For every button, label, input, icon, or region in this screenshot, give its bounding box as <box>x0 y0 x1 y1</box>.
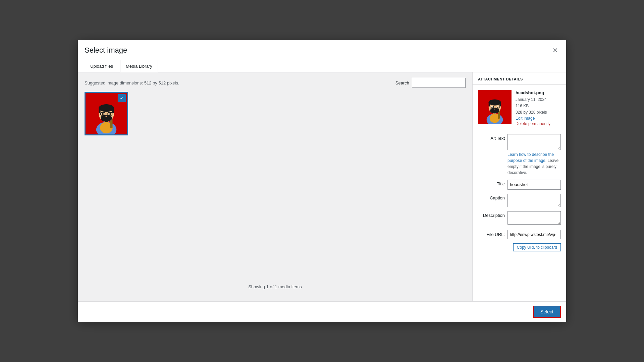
svg-rect-23 <box>489 102 490 107</box>
modal-footer: Select <box>78 301 566 322</box>
file-url-label: File URL: <box>478 232 505 237</box>
description-row: Description <box>478 211 561 225</box>
attachment-details-sidebar: ATTACHMENT DETAILS <box>472 72 566 301</box>
attachment-preview: headshot.png January 11, 2024 116 KB 328… <box>473 85 566 131</box>
alt-text-label: Alt Text <box>478 134 505 141</box>
tab-upload-files[interactable]: Upload files <box>85 60 119 72</box>
attachment-details-header: ATTACHMENT DETAILS <box>473 72 566 85</box>
file-url-row: File URL: <box>473 227 566 242</box>
description-textarea[interactable] <box>507 211 561 225</box>
select-image-modal: Select image ✕ Upload files Media Librar… <box>78 40 566 322</box>
tabs-bar: Upload files Media Library <box>78 60 566 72</box>
media-area: Suggested image dimensions: 512 by 512 p… <box>78 72 472 301</box>
caption-row: Caption <box>478 194 561 207</box>
search-label: Search <box>395 80 409 85</box>
modal-overlay: Select image ✕ Upload files Media Librar… <box>0 0 644 362</box>
copy-url-section: Copy URL to clipboard <box>473 242 566 257</box>
attachment-thumbnail <box>478 90 512 124</box>
caption-textarea[interactable] <box>507 194 561 207</box>
tab-media-library[interactable]: Media Library <box>120 60 158 72</box>
attachment-actions: Edit Image Delete permanently <box>516 116 561 126</box>
media-item[interactable]: ✓ <box>85 92 128 135</box>
close-button[interactable]: ✕ <box>551 46 559 55</box>
media-grid: ✓ <box>85 92 466 278</box>
attachment-meta: headshot.png January 11, 2024 116 KB 328… <box>516 90 561 126</box>
media-count: Showing 1 of 1 media items <box>85 278 466 296</box>
modal-title: Select image <box>85 46 127 55</box>
title-label: Title <box>478 180 505 186</box>
attachment-dimensions: 328 by 328 pixels <box>516 109 561 116</box>
svg-point-14 <box>102 113 104 115</box>
alt-text-control-wrap: Learn how to describe the purpose of the… <box>507 134 561 176</box>
attachment-date: January 11, 2024 <box>516 97 561 103</box>
title-control-wrap <box>507 180 561 190</box>
alt-text-textarea[interactable] <box>507 134 561 150</box>
search-input[interactable] <box>412 78 466 88</box>
edit-image-link[interactable]: Edit Image <box>516 116 561 121</box>
selected-check-badge: ✓ <box>118 94 126 102</box>
copy-url-button[interactable]: Copy URL to clipboard <box>513 243 561 251</box>
select-button[interactable]: Select <box>533 306 561 318</box>
title-input[interactable] <box>507 180 561 190</box>
svg-point-22 <box>489 99 501 105</box>
suggested-dimensions: Suggested image dimensions: 512 by 512 p… <box>85 80 179 85</box>
caption-label: Caption <box>478 194 505 200</box>
modal-header: Select image ✕ <box>78 40 566 60</box>
svg-rect-6 <box>99 107 100 113</box>
title-row: Title <box>478 180 561 190</box>
caption-control-wrap <box>507 194 561 207</box>
modal-body: Suggested image dimensions: 512 by 512 p… <box>78 72 566 301</box>
description-label: Description <box>478 211 505 218</box>
svg-point-5 <box>99 104 114 112</box>
svg-point-31 <box>491 107 493 108</box>
alt-text-help: Learn how to describe the purpose of the… <box>507 152 561 176</box>
svg-point-15 <box>109 113 111 115</box>
attachment-filename: headshot.png <box>516 90 561 95</box>
search-area: Search <box>395 78 466 88</box>
svg-point-16 <box>105 116 107 117</box>
svg-point-32 <box>497 107 498 108</box>
svg-rect-7 <box>112 107 114 113</box>
description-control-wrap <box>507 211 561 225</box>
alt-text-row: Alt Text Learn how to describe the purpo… <box>478 134 561 176</box>
delete-image-link[interactable]: Delete permanently <box>516 121 561 126</box>
svg-rect-24 <box>499 102 501 107</box>
svg-point-33 <box>494 109 495 110</box>
form-section: Alt Text Learn how to describe the purpo… <box>473 131 566 227</box>
media-toolbar: Suggested image dimensions: 512 by 512 p… <box>85 78 466 88</box>
attachment-filesize: 116 KB <box>516 103 561 109</box>
file-url-input[interactable] <box>507 230 561 239</box>
